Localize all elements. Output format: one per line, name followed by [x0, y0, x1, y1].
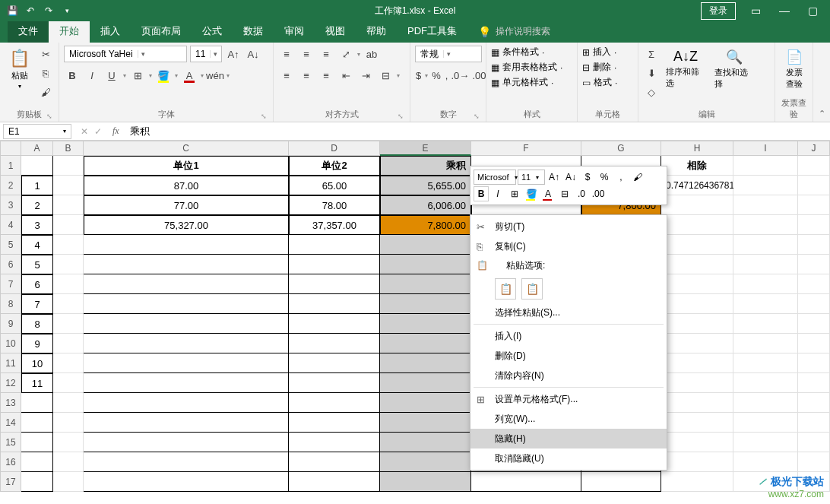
tab-home[interactable]: 开始: [49, 20, 90, 43]
increase-decimal-icon[interactable]: .0→: [451, 67, 468, 84]
autosum-icon[interactable]: Σ: [643, 46, 660, 62]
cell-B8[interactable]: [53, 294, 84, 314]
phonetic-button[interactable]: wén: [207, 67, 223, 84]
col-header-I[interactable]: I: [733, 141, 798, 156]
decrease-font-icon[interactable]: A↓: [245, 46, 261, 62]
row-header-15[interactable]: 15: [0, 433, 21, 452]
align-right-icon[interactable]: ≡: [318, 67, 334, 84]
cell-D4[interactable]: 37,357.00: [289, 215, 380, 235]
font-color-button[interactable]: A: [181, 67, 198, 84]
mini-merge-icon[interactable]: ⊟: [557, 186, 572, 201]
cell-H14[interactable]: [661, 413, 733, 433]
cell-E15[interactable]: [380, 433, 471, 452]
cell-A6[interactable]: 5: [21, 255, 53, 274]
cell-B17[interactable]: [53, 472, 84, 492]
tab-data[interactable]: 数据: [233, 20, 274, 43]
col-header-J[interactable]: J: [798, 141, 830, 156]
italic-button[interactable]: I: [84, 67, 100, 84]
cell-H5[interactable]: [661, 235, 733, 255]
cell-J14[interactable]: [798, 413, 830, 433]
cell-I15[interactable]: [733, 433, 798, 452]
cell-H11[interactable]: [661, 353, 733, 373]
decrease-decimal-icon[interactable]: .00: [471, 67, 486, 84]
cell-H3[interactable]: [661, 195, 733, 215]
cell-G17[interactable]: [581, 472, 661, 492]
col-header-E[interactable]: E: [380, 141, 471, 156]
cell-A15[interactable]: [21, 433, 53, 452]
cell-J7[interactable]: [798, 274, 830, 294]
cell-C12[interactable]: [84, 373, 289, 393]
font-size-dropdown[interactable]: 11▾: [190, 46, 222, 62]
cell-B15[interactable]: [53, 433, 84, 452]
cancel-formula-icon[interactable]: ✕: [81, 126, 88, 137]
number-format-dropdown[interactable]: 常规▾: [415, 46, 482, 62]
clear-icon[interactable]: ◇: [643, 84, 660, 100]
cell-A4[interactable]: 3: [21, 215, 53, 235]
col-header-A[interactable]: A: [21, 141, 53, 156]
orientation-icon[interactable]: ⤢: [337, 46, 354, 62]
align-top-icon[interactable]: ≡: [278, 46, 295, 62]
col-header-H[interactable]: H: [661, 141, 733, 156]
col-header-C[interactable]: C: [84, 141, 289, 156]
row-header-14[interactable]: 14: [0, 413, 21, 433]
cell-J16[interactable]: [798, 452, 830, 472]
cell-C9[interactable]: [84, 314, 289, 334]
invoice-check-button[interactable]: 📄 发票 查验: [780, 46, 808, 93]
cell-H13[interactable]: [661, 393, 733, 413]
row-header-3[interactable]: 3: [0, 195, 21, 215]
cell-E11[interactable]: [380, 353, 471, 373]
row-header-5[interactable]: 5: [0, 235, 21, 255]
cell-I1[interactable]: [733, 156, 798, 176]
cell-H2[interactable]: 0.747126436781609: [661, 176, 733, 195]
cell-J11[interactable]: [798, 353, 830, 373]
format-painter-icon[interactable]: 🖌: [37, 84, 54, 100]
align-bottom-icon[interactable]: ≡: [318, 46, 334, 62]
ribbon-display-icon[interactable]: ▭: [748, 5, 764, 17]
mini-dec2-icon[interactable]: .00: [591, 186, 606, 201]
cell-J12[interactable]: [798, 373, 830, 393]
decrease-indent-icon[interactable]: ⇤: [337, 67, 354, 84]
cell-I8[interactable]: [733, 294, 798, 314]
cell-H1[interactable]: 相除: [661, 156, 733, 176]
cell-D6[interactable]: [289, 255, 380, 274]
fill-color-button[interactable]: 🪣: [155, 67, 172, 84]
cell-D15[interactable]: [289, 433, 380, 452]
cell-D8[interactable]: [289, 294, 380, 314]
ctx-unhide[interactable]: 取消隐藏(U): [470, 449, 667, 468]
cell-H9[interactable]: [661, 314, 733, 334]
redo-icon[interactable]: ↷: [43, 5, 55, 17]
cell-B14[interactable]: [53, 413, 84, 433]
mini-font-color-icon[interactable]: A: [540, 186, 556, 201]
ctx-insert[interactable]: 插入(I): [470, 326, 667, 346]
cell-B4[interactable]: [53, 215, 84, 235]
find-select-button[interactable]: 🔍 查找和选择: [711, 46, 757, 93]
cell-D9[interactable]: [289, 314, 380, 334]
row-header-10[interactable]: 10: [0, 334, 21, 353]
cell-D17[interactable]: [289, 472, 380, 492]
cell-D7[interactable]: [289, 274, 380, 294]
qa-dropdown-icon[interactable]: ▾: [61, 5, 73, 17]
row-header-12[interactable]: 12: [0, 373, 21, 393]
bold-button[interactable]: B: [64, 67, 81, 84]
cell-A3[interactable]: 2: [21, 195, 53, 215]
row-header-17[interactable]: 17: [0, 472, 21, 492]
cell-I5[interactable]: [733, 235, 798, 255]
cell-I14[interactable]: [733, 413, 798, 433]
cell-E12[interactable]: [380, 373, 471, 393]
align-left-icon[interactable]: ≡: [278, 67, 295, 84]
cell-A8[interactable]: 7: [21, 294, 53, 314]
ctx-delete[interactable]: 删除(D): [470, 346, 667, 366]
cell-C2[interactable]: 87.00: [84, 176, 289, 195]
cell-A14[interactable]: [21, 413, 53, 433]
cell-D14[interactable]: [289, 413, 380, 433]
increase-indent-icon[interactable]: ⇥: [357, 67, 374, 84]
cell-C16[interactable]: [84, 452, 289, 472]
tab-review[interactable]: 审阅: [274, 20, 315, 43]
fx-icon[interactable]: fx: [108, 125, 124, 137]
cell-I3[interactable]: [733, 195, 798, 215]
copy-icon[interactable]: ⎘: [37, 65, 54, 81]
cell-B16[interactable]: [53, 452, 84, 472]
cell-A16[interactable]: [21, 452, 53, 472]
cell-D13[interactable]: [289, 393, 380, 413]
tab-formulas[interactable]: 公式: [192, 20, 233, 43]
